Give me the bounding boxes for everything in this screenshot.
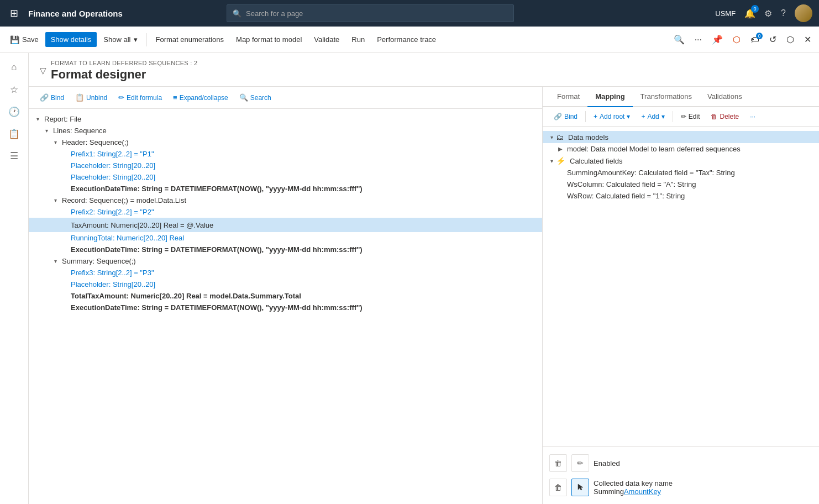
map-node-label: Data models <box>566 133 611 141</box>
tab-format[interactable]: Format <box>549 87 587 107</box>
tree-item[interactable]: Placeholder: String[20..20] <box>29 160 542 171</box>
tree-arrow: ▾ <box>51 258 60 264</box>
map-item-wscolumn[interactable]: WsColumn: Calculated field = "A": String <box>543 179 819 190</box>
drag-handle[interactable] <box>536 219 540 230</box>
tree-item[interactable]: Prefix1: String[2..2] = "P1" <box>29 148 542 160</box>
collected-edit-button[interactable] <box>571 479 589 496</box>
tree-item[interactable]: ExecutionDateTime: String = DATETIMEFORM… <box>29 302 542 313</box>
tree-node-label: Placeholder: String[20..20] <box>69 173 158 181</box>
map-item-calculated-fields[interactable]: ▾ ⚡ Calculated fields <box>543 155 819 167</box>
validate-button[interactable]: Validate <box>308 32 345 47</box>
toolbar-search-button[interactable]: 🔍 <box>670 32 688 47</box>
help-icon[interactable]: ? <box>781 8 786 18</box>
tree-item[interactable]: ▾ Header: Sequence(;) <box>29 136 542 148</box>
map-format-button[interactable]: Map format to model <box>230 32 307 47</box>
edit-formula-button[interactable]: ✏ Edit formula <box>114 91 166 104</box>
toolbar-pin-button[interactable]: 📌 <box>708 32 726 47</box>
delete-button[interactable]: 🗑 Delete <box>706 111 743 123</box>
toolbar-office-button[interactable]: ⬡ <box>729 32 744 47</box>
map-node-label: Calculated fields <box>568 157 624 165</box>
map-node-label: model: Data model Model to learn deferre… <box>565 145 743 153</box>
tree-item[interactable]: ▾ Lines: Sequence <box>29 125 542 136</box>
tree-node-label: Prefix3: String[2..2] = "P3" <box>69 269 156 277</box>
nav-username: USMF <box>715 9 736 18</box>
user-avatar[interactable] <box>795 4 812 22</box>
nav-search-input[interactable] <box>246 9 508 18</box>
toolbar-expand-button[interactable]: ⬡ <box>783 32 797 47</box>
toolbar-refresh-button[interactable]: ↺ <box>766 32 780 47</box>
save-button[interactable]: 💾 Save <box>4 32 44 48</box>
map-node-label: SummingAmountKey: Calculated field = "Ta… <box>565 169 737 177</box>
tree-item[interactable]: ▾ Record: Sequence(;) = model.Data.List <box>29 195 542 206</box>
show-all-button[interactable]: Show all ▾ <box>98 32 143 47</box>
mapping-bind-button[interactable]: 🔗 Bind <box>549 111 582 123</box>
sidebar-workspace-icon[interactable]: 📋 <box>4 124 24 144</box>
tree-item[interactable]: Prefix2: String[2..2] = "P2" <box>29 206 542 218</box>
toolbar-close-button[interactable]: ✕ <box>801 32 815 47</box>
add-root-button[interactable]: + Add root ▾ <box>589 111 634 123</box>
plus-icon: + <box>594 113 597 120</box>
bind-button[interactable]: 🔗 Bind <box>35 91 69 104</box>
sidebar-favorites-icon[interactable]: ☆ <box>4 80 24 99</box>
tree-item[interactable]: TotalTaxAmount: Numeric[20..20] Real = m… <box>29 290 542 302</box>
expand-collapse-button[interactable]: ≡ Expand/collapse <box>169 91 233 104</box>
cursor-svg <box>576 483 585 492</box>
tree-item[interactable]: ▾ Report: File <box>29 113 542 125</box>
settings-icon[interactable]: ⚙ <box>764 8 772 19</box>
map-item-data-models[interactable]: ▾ 🗂 Data models <box>543 131 819 143</box>
notification-icon[interactable]: 🔔 0 <box>744 8 755 19</box>
grid-icon[interactable]: ⊞ <box>7 4 22 23</box>
tree-item[interactable]: RunningTotal: Numeric[20..20] Real <box>29 232 542 244</box>
collected-delete-button[interactable]: 🗑 <box>549 479 567 496</box>
sidebar-home-icon[interactable]: ⌂ <box>4 57 24 77</box>
tree-item[interactable]: ExecutionDateTime: String = DATETIMEFORM… <box>29 244 542 255</box>
collected-key-prefix: Summing <box>594 487 624 496</box>
search-button[interactable]: 🔍 Search <box>235 91 276 104</box>
tree-arrow: ▾ <box>33 116 42 122</box>
tab-validations[interactable]: Validations <box>700 87 750 107</box>
more-button[interactable]: ··· <box>746 111 760 123</box>
performance-trace-button[interactable]: Performance trace <box>371 32 442 47</box>
edit-button[interactable]: ✏ Edit <box>676 111 705 123</box>
page-header: ▽ FORMAT TO LEARN DEFERRED SEQUENCES : 2… <box>29 53 819 87</box>
tree-item-selected[interactable]: TaxAmount: Numeric[20..20] Real = @.Valu… <box>29 218 542 232</box>
tab-mapping[interactable]: Mapping <box>587 87 632 107</box>
add-button[interactable]: + Add ▾ <box>637 111 669 123</box>
tab-transformations[interactable]: Transformations <box>633 87 700 107</box>
main-toolbar: 💾 Save Show details Show all ▾ Format en… <box>0 27 819 53</box>
search-icon: 🔍 <box>239 93 248 102</box>
map-item-wsrow[interactable]: WsRow: Calculated field = "1": String <box>543 190 819 202</box>
map-item-model[interactable]: ▶ model: Data model Model to learn defer… <box>543 143 819 155</box>
enabled-label: Enabled <box>594 459 620 468</box>
sidebar-recent-icon[interactable]: 🕐 <box>4 102 24 122</box>
nav-search-bar[interactable]: 🔍 <box>227 4 514 22</box>
filter-icon[interactable]: ▽ <box>40 66 46 76</box>
collected-key-link[interactable]: AmountKey <box>624 487 661 496</box>
tree-item[interactable]: ExecutionDateTime: String = DATETIMEFORM… <box>29 183 542 195</box>
sidebar-menu-icon[interactable]: ☰ <box>4 146 24 166</box>
map-node-label: WsRow: Calculated field = "1": String <box>565 192 687 200</box>
tree-item[interactable]: ▾ Summary: Sequence(;) <box>29 255 542 267</box>
enabled-delete-button[interactable]: 🗑 <box>549 454 567 472</box>
show-details-button[interactable]: Show details <box>45 32 97 47</box>
tree-item[interactable]: Placeholder: String[20..20] <box>29 279 542 290</box>
notification-badge: 0 <box>751 5 759 13</box>
run-button[interactable]: Run <box>346 32 370 47</box>
format-toolbar: 🔗 Bind 📋 Unbind ✏ Edit formula ≡ Expand/… <box>29 87 542 109</box>
enabled-edit-button[interactable]: ✏ <box>571 454 589 472</box>
map-item-summing[interactable]: SummingAmountKey: Calculated field = "Ta… <box>543 167 819 179</box>
tree-node-label: TaxAmount: Numeric[20..20] Real = @.Valu… <box>69 221 216 229</box>
content-area: ▽ FORMAT TO LEARN DEFERRED SEQUENCES : 2… <box>29 53 819 504</box>
edit-icon: ✏ <box>681 113 686 120</box>
tree-item[interactable]: Prefix3: String[2..2] = "P3" <box>29 267 542 279</box>
tree-node-label: ExecutionDateTime: String = DATETIMEFORM… <box>69 185 365 193</box>
tree-node-label: Placeholder: String[20..20] <box>69 280 158 288</box>
plus-icon: + <box>641 113 645 120</box>
calc-field-icon: ⚡ <box>556 156 565 165</box>
tree-node-label: Record: Sequence(;) = model.Data.List <box>60 196 188 204</box>
toolbar-badge-button[interactable]: 🏷 0 <box>747 33 763 47</box>
format-enumerations-button[interactable]: Format enumerations <box>150 32 230 47</box>
unbind-button[interactable]: 📋 Unbind <box>71 91 112 104</box>
tree-item[interactable]: Placeholder: String[20..20] <box>29 171 542 183</box>
toolbar-more-button[interactable]: ··· <box>691 33 705 47</box>
